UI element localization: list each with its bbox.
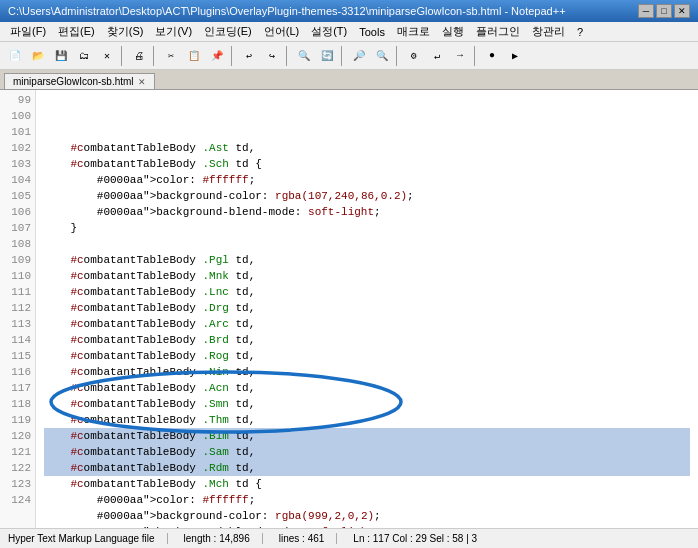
code-line-118: #combatantTableBody .Sam td, (44, 444, 690, 460)
toolbar-separator-6 (396, 46, 400, 66)
toolbar: 📄 📂 💾 🗂 ✕ 🖨 ✂ 📋 📌 ↩ ↪ 🔍 🔄 🔎 🔍 ⚙ ↵ → ● ▶ (0, 42, 698, 70)
code-line-105 (44, 236, 690, 252)
toolbar-macro-play[interactable]: ▶ (504, 45, 526, 67)
window-controls: ─ □ ✕ (638, 4, 690, 18)
code-line-116: #combatantTableBody .Thm td, (44, 412, 690, 428)
toolbar-zoom-in[interactable]: 🔎 (348, 45, 370, 67)
toolbar-copy[interactable]: 📋 (183, 45, 205, 67)
toolbar-separator-5 (341, 46, 345, 66)
toolbar-close[interactable]: ✕ (96, 45, 118, 67)
code-editor[interactable]: #combatantTableBody .Ast td, #combatantT… (36, 90, 698, 528)
toolbar-print[interactable]: 🖨 (128, 45, 150, 67)
menu-edit[interactable]: 편집(E) (52, 22, 101, 41)
code-line-103: #0000aa">background-blend-mode: soft-lig… (44, 204, 690, 220)
toolbar-undo[interactable]: ↩ (238, 45, 260, 67)
code-line-100: #combatantTableBody .Sch td { (44, 156, 690, 172)
menu-run[interactable]: 실행 (436, 22, 470, 41)
status-lines: lines : 461 (279, 533, 338, 544)
toolbar-replace[interactable]: 🔄 (316, 45, 338, 67)
menu-window[interactable]: 창관리 (526, 22, 571, 41)
menu-settings[interactable]: 설정(T) (305, 22, 353, 41)
editor-area: 9910010110210310410510610710810911011111… (0, 90, 698, 528)
tab-bar: miniparseGlowIcon-sb.html ✕ (0, 70, 698, 90)
tab-label: miniparseGlowIcon-sb.html (13, 76, 134, 87)
code-line-123: #0000aa">background-blend-mode: soft-lig… (44, 524, 690, 528)
toolbar-macro-rec[interactable]: ● (481, 45, 503, 67)
toolbar-separator-4 (286, 46, 290, 66)
code-line-102: #0000aa">background-color: rgba(107,240,… (44, 188, 690, 204)
toolbar-indent[interactable]: → (449, 45, 471, 67)
title-text: C:\Users\Administrator\Desktop\ACT\Plugi… (8, 5, 638, 17)
code-line-104: } (44, 220, 690, 236)
menu-tools[interactable]: Tools (353, 24, 391, 40)
code-line-107: #combatantTableBody .Mnk td, (44, 268, 690, 284)
code-line-109: #combatantTableBody .Drg td, (44, 300, 690, 316)
minimize-button[interactable]: ─ (638, 4, 654, 18)
menu-language[interactable]: 언어(L) (258, 22, 305, 41)
toolbar-save[interactable]: 💾 (50, 45, 72, 67)
code-line-114: #combatantTableBody .Acn td, (44, 380, 690, 396)
title-bar: C:\Users\Administrator\Desktop\ACT\Plugi… (0, 0, 698, 22)
toolbar-sync[interactable]: ⚙ (403, 45, 425, 67)
toolbar-separator-3 (231, 46, 235, 66)
toolbar-separator-7 (474, 46, 478, 66)
toolbar-separator-2 (153, 46, 157, 66)
code-line-101: #0000aa">color: #ffffff; (44, 172, 690, 188)
menu-search[interactable]: 찾기(S) (101, 22, 150, 41)
tab-miniparse[interactable]: miniparseGlowIcon-sb.html ✕ (4, 73, 155, 89)
menu-view[interactable]: 보기(V) (149, 22, 198, 41)
code-line-108: #combatantTableBody .Lnc td, (44, 284, 690, 300)
menu-file[interactable]: 파일(F) (4, 22, 52, 41)
code-line-115: #combatantTableBody .Smn td, (44, 396, 690, 412)
menu-help[interactable]: ? (571, 24, 589, 40)
code-line-99: #combatantTableBody .Ast td, (44, 140, 690, 156)
toolbar-separator-1 (121, 46, 125, 66)
toolbar-cut[interactable]: ✂ (160, 45, 182, 67)
code-line-111: #combatantTableBody .Brd td, (44, 332, 690, 348)
toolbar-zoom-out[interactable]: 🔍 (371, 45, 393, 67)
menu-macro[interactable]: 매크로 (391, 22, 436, 41)
toolbar-wrap[interactable]: ↵ (426, 45, 448, 67)
code-line-117: #combatantTableBody .Blm td, (44, 428, 690, 444)
line-numbers: 9910010110210310410510610710810911011111… (0, 90, 36, 528)
code-line-122: #0000aa">background-color: rgba(999,2,0,… (44, 508, 690, 524)
code-line-121: #0000aa">color: #ffffff; (44, 492, 690, 508)
status-file-type: Hyper Text Markup Language file (8, 533, 168, 544)
code-line-120: #combatantTableBody .Mch td { (44, 476, 690, 492)
toolbar-open[interactable]: 📂 (27, 45, 49, 67)
code-line-106: #combatantTableBody .Pgl td, (44, 252, 690, 268)
tab-close-button[interactable]: ✕ (138, 77, 146, 87)
menu-encoding[interactable]: 인코딩(E) (198, 22, 258, 41)
code-line-119: #combatantTableBody .Rdm td, (44, 460, 690, 476)
menu-plugins[interactable]: 플러그인 (470, 22, 526, 41)
toolbar-paste[interactable]: 📌 (206, 45, 228, 67)
toolbar-new[interactable]: 📄 (4, 45, 26, 67)
toolbar-save-all[interactable]: 🗂 (73, 45, 95, 67)
code-line-110: #combatantTableBody .Arc td, (44, 316, 690, 332)
status-length: length : 14,896 (184, 533, 263, 544)
maximize-button[interactable]: □ (656, 4, 672, 18)
close-button[interactable]: ✕ (674, 4, 690, 18)
status-position: Ln : 117 Col : 29 Sel : 58 | 3 (353, 533, 489, 544)
menu-bar: 파일(F) 편집(E) 찾기(S) 보기(V) 인코딩(E) 언어(L) 설정(… (0, 22, 698, 42)
toolbar-redo[interactable]: ↪ (261, 45, 283, 67)
toolbar-find[interactable]: 🔍 (293, 45, 315, 67)
code-line-112: #combatantTableBody .Rog td, (44, 348, 690, 364)
code-line-113: #combatantTableBody .Nin td, (44, 364, 690, 380)
status-bar: Hyper Text Markup Language file length :… (0, 528, 698, 548)
